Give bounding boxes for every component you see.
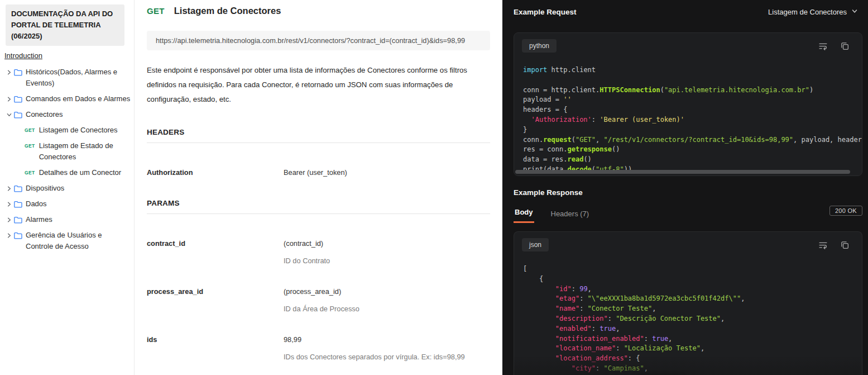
language-tag-json[interactable]: json: [522, 238, 549, 251]
code-line: }: [523, 125, 853, 135]
code-line: "description": "Descrição Conector Teste…: [523, 314, 853, 324]
param-row: AuthorizationBearer (user_token): [147, 168, 490, 178]
chevron-right-icon[interactable]: [4, 183, 13, 194]
sidebar-endpoint-label: Listagem de Estado de Conectores: [39, 140, 134, 163]
param-row: contract_id(contract_id)ID do Contrato: [147, 239, 490, 268]
language-tag[interactable]: python: [522, 39, 557, 53]
folder-icon: [13, 183, 26, 194]
headers-section-title: HEADERS: [147, 128, 490, 143]
code-line: 'Authorization': 'Bearer (user_token)': [523, 115, 853, 125]
chevron-right-icon[interactable]: [4, 230, 13, 241]
sidebar-endpoint-item[interactable]: GETListagem de Estado de Conectores: [25, 140, 134, 163]
example-panel: Example Request Listagem de Conectores p…: [502, 0, 868, 375]
endpoint-description: Este endpoint é responsável por obter um…: [147, 63, 492, 107]
response-tabs: Body Headers (7) 200 OK: [514, 208, 862, 223]
response-code[interactable]: [ { "id": 99, "etag": "\"eeXXX1ba8ba1d59…: [514, 264, 862, 374]
app-root: DOCUMENTAÇÃO DA API DO PORTAL DE TELEMET…: [0, 0, 868, 375]
sidebar-folder-label: Alarmes: [26, 214, 56, 225]
status-badge: 200 OK: [829, 206, 862, 216]
request-code[interactable]: import http.client conn = http.client.HT…: [514, 65, 862, 175]
sidebar-folder-item[interactable]: Alarmes: [4, 214, 134, 225]
response-code-block: json [ { "id": 99, "etag":: [514, 231, 862, 375]
code-line: "notification_enabled": true,: [523, 334, 853, 344]
chevron-down-icon[interactable]: [4, 109, 13, 120]
wrap-text-icon[interactable]: [818, 240, 828, 250]
sidebar-folder-item[interactable]: Dispositivos: [4, 183, 134, 194]
sidebar-folder-item[interactable]: Conectores: [4, 109, 134, 120]
method-get-badge: GET: [25, 125, 35, 136]
sidebar-folder-label: Dispositivos: [26, 183, 68, 194]
folder-icon: [13, 214, 26, 225]
param-description: IDs dos Conectores separados por vírgula…: [284, 350, 468, 364]
scrollbar-thumb[interactable]: [515, 170, 850, 174]
params-section-title: PARAMS: [147, 199, 490, 214]
param-value-cell: Bearer (user_token): [284, 168, 490, 178]
chevron-right-icon[interactable]: [4, 67, 13, 78]
code-line: "location_address": {: [523, 354, 853, 364]
endpoint-header: GET Listagem de Conectores: [147, 6, 490, 16]
folder-icon: [13, 230, 26, 241]
param-value: 98,99: [284, 335, 490, 345]
doc-content: GET Listagem de Conectores https://api.t…: [135, 0, 502, 375]
code-line: "name": "Conector Teste",: [523, 304, 853, 314]
headers-rows: AuthorizationBearer (user_token): [147, 143, 490, 178]
chevron-right-icon[interactable]: [4, 198, 13, 210]
folder-icon: [13, 109, 26, 120]
tab-headers[interactable]: Headers (7): [550, 210, 591, 223]
method-get-badge: GET: [25, 167, 35, 178]
chevron-right-icon[interactable]: [4, 93, 13, 105]
code-line: data = res.read(): [523, 155, 853, 165]
copy-icon[interactable]: [840, 240, 850, 250]
folder-icon: [13, 198, 26, 210]
sidebar-folder-label: Gerência de Usuários e Controle de Acess…: [26, 230, 134, 252]
horizontal-scrollbar[interactable]: [515, 170, 861, 174]
sidebar-folder-item[interactable]: Comandos em Dados e Alarmes: [4, 93, 134, 105]
param-description: ID do Contrato: [284, 254, 468, 268]
example-selector-label: Listagem de Conectores: [768, 8, 847, 16]
sidebar-folder-label: Históricos(Dados, Alarmes e Eventos): [26, 67, 134, 89]
method-get-badge: GET: [25, 140, 35, 151]
folder-icon: [13, 93, 26, 105]
param-value-cell: 98,99IDs dos Conectores separados por ví…: [284, 335, 490, 364]
page-title: Listagem de Conectores: [174, 6, 281, 16]
folder-icon: [13, 67, 26, 78]
example-request-title: Example Request: [514, 8, 577, 16]
code-line: payload = '': [523, 95, 853, 105]
wrap-text-icon[interactable]: [818, 41, 828, 51]
tab-body[interactable]: Body: [514, 208, 534, 223]
param-name: Authorization: [147, 168, 284, 178]
param-value: Bearer (user_token): [284, 168, 490, 178]
param-value: (process_area_id): [284, 287, 490, 297]
sidebar-folder-item[interactable]: Gerência de Usuários e Controle de Acess…: [4, 230, 134, 252]
sidebar-folder-label: Comandos em Dados e Alarmes: [26, 93, 133, 105]
sidebar-folder-item[interactable]: Históricos(Dados, Alarmes e Eventos): [4, 67, 134, 89]
code-line: headers = {: [523, 105, 853, 115]
param-value-cell: (process_area_id)ID da Área de Processo: [284, 287, 490, 316]
response-code-header: json: [514, 232, 862, 251]
chevron-right-icon[interactable]: [4, 214, 13, 225]
param-row: ids98,99IDs dos Conectores separados por…: [147, 335, 490, 364]
code-line: {: [523, 274, 853, 284]
doc-title: DOCUMENTAÇÃO DA API DO PORTAL DE TELEMET…: [6, 4, 124, 46]
sidebar-endpoint-label: Detalhes de um Conector: [39, 167, 127, 178]
sidebar-folder-label: Dados: [26, 198, 50, 210]
param-name: process_area_id: [147, 287, 284, 316]
copy-icon[interactable]: [840, 41, 850, 51]
sidebar-item-introduction[interactable]: Introduction: [4, 51, 42, 60]
example-selector-dropdown[interactable]: Listagem de Conectores: [768, 7, 858, 16]
endpoint-url[interactable]: https://api.telemetria.hitecnologia.com.…: [147, 31, 490, 50]
code-line: import http.client: [523, 65, 853, 75]
method-badge: GET: [147, 6, 165, 16]
code-line: conn = http.client.HTTPSConnection("api.…: [523, 86, 853, 96]
params-rows: contract_id(contract_id)ID do Contratopr…: [147, 214, 490, 375]
sidebar-folder-item[interactable]: Dados: [4, 198, 134, 210]
request-code-header: python: [514, 33, 862, 53]
sidebar-endpoint-item[interactable]: GETListagem de Conectores: [25, 125, 134, 136]
param-value: (contract_id): [284, 239, 490, 249]
code-line: [523, 75, 853, 86]
code-line: "city": "Campinas",: [523, 364, 853, 374]
sidebar: DOCUMENTAÇÃO DA API DO PORTAL DE TELEMET…: [0, 0, 135, 375]
param-row: process_area_id(process_area_id)ID da Ár…: [147, 287, 490, 316]
code-line: "enabled": true,: [523, 324, 853, 334]
sidebar-endpoint-item[interactable]: GETDetalhes de um Conector: [25, 167, 134, 178]
